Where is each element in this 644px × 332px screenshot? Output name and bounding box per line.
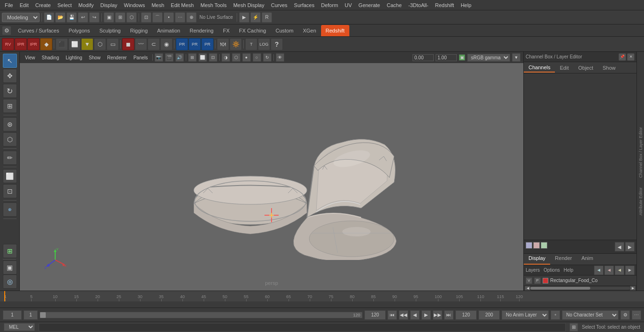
menu-edit[interactable]: Edit [17,1,32,9]
status-expand-btn[interactable]: ⊞ [570,323,578,332]
layer-scroll-right-btn[interactable]: ▶ [630,286,636,291]
workspace-dropdown[interactable]: Modeling [2,13,40,22]
layers-tab-anim[interactable]: Anim [577,254,598,265]
snap-toggle-btn[interactable]: ⊞ [3,244,17,258]
vp-frame-icon[interactable]: ⬜ [198,53,207,62]
tab-rigging[interactable]: Rigging [125,25,152,36]
menu-curves[interactable]: Curves [268,1,290,9]
cb-close-btn[interactable]: ✕ [627,53,635,61]
cb-tab-show[interactable]: Show [598,64,620,72]
rs-help-btn[interactable]: ? [271,38,283,50]
cb-tab-channels[interactable]: Channels [524,63,555,73]
menu-help[interactable]: Help [458,1,474,9]
menu-modify[interactable]: Modify [75,1,96,9]
playback-step-forward[interactable]: ▶▶ [433,310,442,320]
poly-cone-btn[interactable]: ⬡ [94,38,106,50]
poly-sphere-btn[interactable]: ⬛ [56,38,68,50]
layer-icon-4[interactable]: ▶ [625,266,635,275]
cb-tab-object[interactable]: Object [573,64,598,72]
universal-manip-btn[interactable]: ⊛ [3,117,17,131]
range-slider[interactable]: 120 [40,312,363,318]
vp-renderer-btn[interactable]: Renderer [105,55,129,61]
command-input[interactable] [39,323,566,332]
layer-icon-1[interactable]: ◀ [594,266,603,275]
tab-fx[interactable]: FX [218,25,234,36]
playback-jump-end[interactable]: ⏭ [444,310,454,320]
rs-rv-btn[interactable]: RV [2,38,14,50]
poly-cube-btn[interactable]: ⬜ [68,38,81,50]
menu-file[interactable]: File [2,1,16,9]
timeline-ruler[interactable]: 1 5 10 15 20 [0,291,644,301]
pr-btn2[interactable]: PR [189,38,201,50]
script-mode-select[interactable]: MEL Python [4,323,35,331]
rotate-tool-btn[interactable]: ↻ [3,84,17,98]
poly-shape-btn[interactable]: ▼ [81,38,93,50]
tab-animation[interactable]: Animation [152,25,185,36]
rs-food-btn[interactable]: 🍽 [217,38,229,50]
render-frame-btn[interactable]: ▶ [239,12,249,23]
layer-icon-3[interactable]: ◀ [615,266,624,275]
vp-extra-btn[interactable]: ▼ [512,53,520,62]
playback-step-back[interactable]: ◀◀ [399,310,408,320]
color-space-icon[interactable]: ▣ [459,54,465,61]
save-scene-btn[interactable]: 💾 [66,12,77,23]
snap-live-btn[interactable]: ⊕ [186,12,197,23]
vp-smooth-icon[interactable]: ● [242,53,251,62]
anim-layer-add[interactable]: + [551,310,560,320]
layers-tab-display[interactable]: Display [524,254,550,265]
redshift-btn[interactable]: R [262,12,272,23]
vp-viewport-btn[interactable]: ⊡ [209,53,217,62]
vp-lighting-btn[interactable]: Lighting [63,55,84,61]
vp-view-btn[interactable]: View [23,55,38,61]
playback-end-field[interactable] [455,310,477,320]
rs-ipr2-btn[interactable]: IPR [27,38,40,50]
scale-tool-btn[interactable]: ⊞ [3,99,17,113]
component-mode-btn[interactable]: ⬡ [126,12,137,23]
rs-mesh2-btn[interactable]: 〰 [135,38,147,50]
select-snap-btn[interactable]: ⊞ [115,12,125,23]
vp-camera-icon[interactable]: 📷 [155,53,163,62]
vp-refresh-icon[interactable]: ↻ [263,53,272,62]
rs-mesh3-btn[interactable]: ⊂ [148,38,160,50]
pr-btn3[interactable]: PR [201,38,214,50]
menu-mesh-tools[interactable]: Mesh Tools [198,1,229,9]
playback-play[interactable]: ▶ [421,310,431,320]
snap-surface-btn[interactable]: ⋯ [175,12,185,23]
move-tool-btn[interactable]: ✥ [3,69,17,83]
menu-generate[interactable]: Generate [355,1,383,9]
vp-show-btn[interactable]: Show [86,55,103,61]
menu-surfaces[interactable]: Surfaces [291,1,317,9]
anim-end-field[interactable] [479,310,500,320]
layers-menu-options[interactable]: Options [541,267,560,273]
menu-deform[interactable]: Deform [318,1,341,9]
sidebar-label-channel-box[interactable]: Channel Box / Layer Editor [638,127,643,178]
menu-create[interactable]: Create [33,1,54,9]
tab-redshift[interactable]: Redshift [321,25,349,36]
anim-layer-dropdown[interactable]: No Anim Layer [502,310,549,320]
render-region-btn[interactable]: ▣ [3,260,17,275]
menu-3dtoall[interactable]: -3DtoAll- [405,1,431,9]
rs-food2-btn[interactable]: 🔆 [230,38,242,50]
menu-windows[interactable]: Windows [121,1,148,9]
layer-scroll-left-btn[interactable]: ◀ [525,286,530,291]
playback-jump-start[interactable]: ⏮ [388,310,397,320]
rect-select-btn[interactable]: ⬜ [3,169,17,183]
color-swatch-3[interactable] [541,242,547,249]
soft-select-btn[interactable]: ⬡ [3,132,17,146]
tab-custom[interactable]: Custom [271,25,298,36]
cb-pin-btn[interactable]: 📌 [619,53,626,61]
layers-menu-layers[interactable]: Layers [526,267,540,273]
playback-back[interactable]: ◀ [410,310,420,320]
vp-wireframe-icon[interactable]: ⬡ [232,53,240,62]
tab-sculpting[interactable]: Sculpting [95,25,125,36]
select-mode-btn[interactable]: ▣ [104,12,114,23]
lasso-select-btn[interactable]: ⊡ [3,184,17,198]
color-space-dropdown[interactable]: sRGB gamma [467,54,510,62]
char-set-extra[interactable]: ⋯ [632,310,641,320]
tab-xgen[interactable]: XGen [298,25,321,36]
rs-text-btn[interactable]: T [245,38,257,50]
cb-scroll-left[interactable]: ◀ [615,242,624,251]
tab-settings-btn[interactable]: ⚙ [2,26,11,35]
menu-redshift[interactable]: Redshift [432,1,457,9]
tab-fx-caching[interactable]: FX Caching [234,25,271,36]
